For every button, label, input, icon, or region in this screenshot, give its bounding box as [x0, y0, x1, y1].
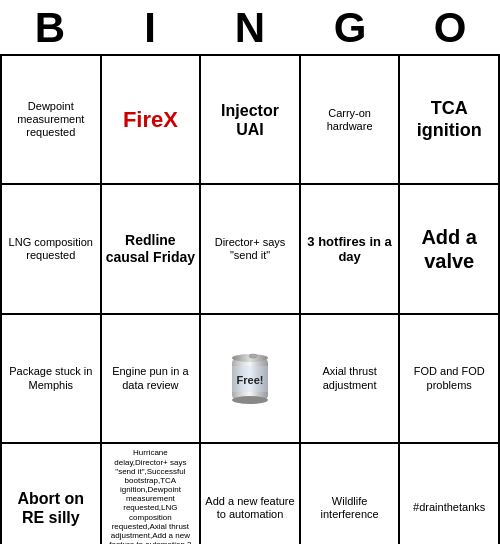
can-icon: Free!: [221, 350, 279, 408]
cell-r3c2: Add a new feature to automation: [201, 444, 301, 544]
cell-r3c1: Hurricane delay,Director+ says "send it"…: [102, 444, 202, 544]
cell-r2c2: Free!: [201, 315, 301, 444]
bingo-grid: Dewpoint measurement requested FireX Inj…: [0, 54, 500, 544]
svg-point-2: [232, 396, 268, 404]
cell-r1c2: Director+ says "send it": [201, 185, 301, 314]
cell-r1c0: LNG composition requested: [2, 185, 102, 314]
svg-point-5: [249, 354, 257, 358]
cell-r1c3: 3 hotfires in a day: [301, 185, 401, 314]
cell-r0c1: FireX: [102, 56, 202, 185]
cell-r1c4: Add a valve: [400, 185, 500, 314]
header-n: N: [204, 4, 296, 52]
cell-r3c0: Abort on RE silly: [2, 444, 102, 544]
header-b: B: [4, 4, 96, 52]
cell-r0c2: Injector UAI: [201, 56, 301, 185]
cell-r0c4: TCA ignition: [400, 56, 500, 185]
cell-r1c1: Redline causal Friday: [102, 185, 202, 314]
bingo-header: B I N G O: [0, 0, 500, 54]
cell-r2c0: Package stuck in Memphis: [2, 315, 102, 444]
cell-r0c3: Carry-on hardware: [301, 56, 401, 185]
free-cell-content: Free!: [203, 317, 297, 440]
cell-r0c0: Dewpoint measurement requested: [2, 56, 102, 185]
cell-r2c1: Engine pun in a data review: [102, 315, 202, 444]
bingo-card: B I N G O Dewpoint measurement requested…: [0, 0, 500, 544]
svg-text:Free!: Free!: [237, 374, 264, 386]
cell-r3c3: Wildlife interference: [301, 444, 401, 544]
header-g: G: [304, 4, 396, 52]
cell-r2c4: FOD and FOD problems: [400, 315, 500, 444]
header-i: I: [104, 4, 196, 52]
cell-r2c3: Axial thrust adjustment: [301, 315, 401, 444]
header-o: O: [404, 4, 496, 52]
cell-r3c4: #drainthetanks: [400, 444, 500, 544]
